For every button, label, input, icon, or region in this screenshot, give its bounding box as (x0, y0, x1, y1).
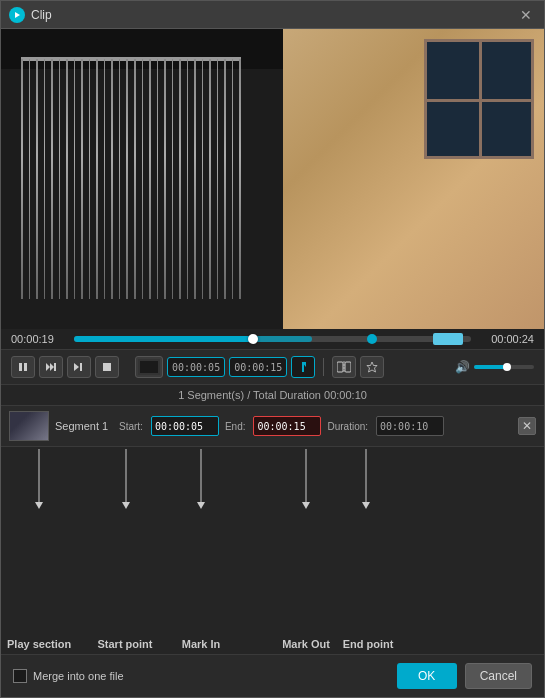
svg-marker-17 (367, 362, 377, 372)
segment-duration-value: 00:00:10 (380, 421, 428, 432)
segment-row: Segment 1 Start: 00:00:05 End: 00:00:15 … (1, 405, 544, 447)
end-time-value: 00:00:15 (234, 362, 282, 373)
end-point-label: End point (335, 638, 401, 650)
controls-row: 00:00:05 00:00:15 🔊 (1, 349, 544, 384)
svg-marker-5 (50, 363, 54, 371)
svg-rect-6 (54, 363, 56, 371)
scrubber-thumb[interactable] (248, 334, 258, 344)
fence-bar (149, 59, 151, 299)
pause-button[interactable] (11, 356, 35, 378)
video-preview (1, 29, 544, 329)
merge-label: Merge into one file (33, 670, 124, 682)
video-scene (1, 29, 544, 329)
timeline-end-time: 00:00:24 (479, 333, 534, 345)
duration-field-label: Duration: (327, 421, 368, 432)
segment-start-input[interactable]: 00:00:05 (151, 416, 219, 436)
remove-segment-button[interactable]: ✕ (518, 417, 536, 435)
start-time-value: 00:00:05 (172, 362, 220, 373)
start-point-label: Start point (80, 638, 170, 650)
dark-area (1, 29, 283, 329)
svg-rect-14 (337, 362, 343, 372)
fence-bar (59, 59, 61, 299)
effects-button[interactable] (360, 356, 384, 378)
fence-bar (66, 59, 68, 299)
fence-bar (194, 59, 196, 299)
segment-start-value: 00:00:05 (155, 421, 203, 432)
svg-marker-7 (74, 363, 79, 371)
fence-bar (74, 59, 76, 299)
fence-bar (29, 59, 31, 299)
bottom-buttons: OK Cancel (397, 663, 532, 689)
segment-end-value: 00:00:15 (257, 421, 305, 432)
fence-bar (224, 59, 226, 299)
mark-out-label: Mark Out (273, 638, 339, 650)
fence-bar (36, 59, 38, 299)
current-frame-thumb (135, 356, 163, 378)
title-bar: Clip ✕ (1, 1, 544, 29)
fence-bar (164, 59, 166, 299)
svg-rect-15 (345, 362, 351, 372)
svg-rect-3 (24, 363, 27, 371)
svg-marker-27 (362, 502, 370, 509)
fence-bar (202, 59, 204, 299)
next-frame-button[interactable] (67, 356, 91, 378)
end-time-field[interactable]: 00:00:15 (229, 357, 287, 377)
svg-marker-21 (122, 502, 130, 509)
fence-bar (217, 59, 219, 299)
merge-checkbox[interactable] (13, 669, 27, 683)
fence-bar (232, 59, 234, 299)
volume-slider[interactable] (474, 365, 534, 369)
start-time-field[interactable]: 00:00:05 (167, 357, 225, 377)
segment-duration-display: 00:00:10 (376, 416, 444, 436)
fence-bar (239, 59, 241, 299)
split-button[interactable] (332, 356, 356, 378)
segment-info: 1 Segment(s) / Total Duration 00:00:10 (1, 384, 544, 405)
merge-checkbox-area: Merge into one file (13, 669, 124, 683)
end-point-text: End point (335, 638, 401, 650)
fence-bar (209, 59, 211, 299)
window-title: Clip (31, 8, 516, 22)
segment-info-text: 1 Segment(s) / Total Duration 00:00:10 (178, 389, 367, 401)
scrubber-range-end[interactable] (367, 334, 377, 344)
thumb-image (10, 412, 48, 440)
fence-bar (134, 59, 136, 299)
timeline-start-time: 00:00:19 (11, 333, 66, 345)
window-frame-v (479, 42, 482, 156)
fence-bar (21, 59, 23, 299)
fence-bar (172, 59, 174, 299)
fence-bar (157, 59, 159, 299)
start-point-text: Start point (80, 638, 170, 650)
svg-marker-4 (46, 363, 50, 371)
volume-thumb[interactable] (503, 363, 511, 371)
fence-bar (96, 59, 98, 299)
ok-button[interactable]: OK (397, 663, 457, 689)
play-section-text: Play section (7, 638, 71, 650)
segment-thumbnail (9, 411, 49, 441)
cancel-button[interactable]: Cancel (465, 663, 532, 689)
close-button[interactable]: ✕ (516, 5, 536, 25)
mark-out-text: Mark Out (273, 638, 339, 650)
volume-group: 🔊 (455, 360, 534, 374)
start-field-label: Start: (119, 421, 143, 432)
annotations-area: Play section Start point Mark In Mark Ou… (1, 447, 544, 654)
fence-bar (187, 59, 189, 299)
fast-forward-button[interactable] (39, 356, 63, 378)
fence-bar (179, 59, 181, 299)
svg-marker-25 (302, 502, 310, 509)
scrubber-track[interactable] (74, 336, 471, 342)
svg-rect-11 (140, 361, 158, 373)
clip-window: Clip ✕ (0, 0, 545, 698)
stop-button[interactable] (95, 356, 119, 378)
end-marker-button[interactable] (291, 356, 315, 378)
fence-bar (104, 59, 106, 299)
fence-bar (51, 59, 53, 299)
svg-rect-9 (103, 363, 111, 371)
svg-rect-2 (19, 363, 22, 371)
volume-icon: 🔊 (455, 360, 470, 374)
mark-in-text: Mark In (168, 638, 234, 650)
svg-marker-19 (35, 502, 43, 509)
timeline-bar: 00:00:19 00:00:24 (1, 329, 544, 349)
bottom-bar: Merge into one file OK Cancel (1, 654, 544, 697)
fence-bar (142, 59, 144, 299)
segment-end-input[interactable]: 00:00:15 (253, 416, 321, 436)
